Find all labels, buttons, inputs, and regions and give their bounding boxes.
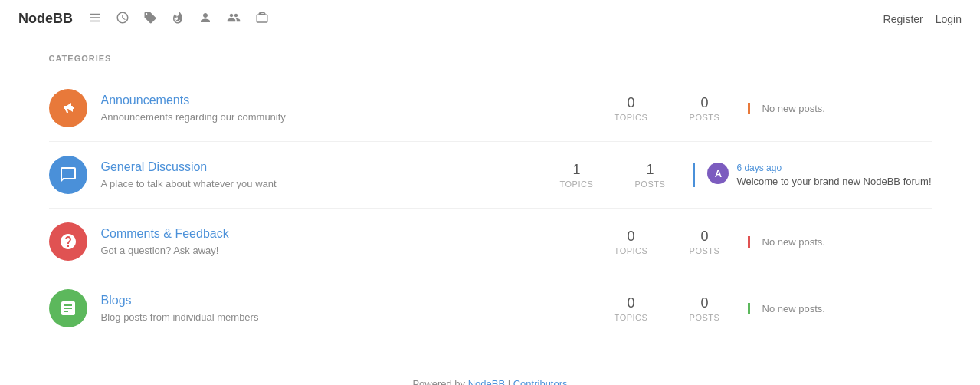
category-stats-blogs: 0 TOPICS 0 POSTS bbox=[613, 295, 723, 322]
register-link[interactable]: Register bbox=[883, 13, 923, 25]
topics-stat: 0 TOPICS bbox=[613, 295, 650, 322]
posts-count: 0 bbox=[687, 229, 723, 245]
category-icon-announcements bbox=[49, 89, 87, 127]
posts-label: POSTS bbox=[687, 313, 723, 322]
topics-stat: 0 TOPICS bbox=[613, 95, 650, 122]
topics-count: 0 bbox=[613, 95, 650, 111]
topics-label: TOPICS bbox=[613, 246, 650, 255]
category-row: Announcements Announcements regarding ou… bbox=[49, 75, 932, 142]
brand-logo[interactable]: NodeBB bbox=[18, 11, 73, 27]
fire-icon[interactable] bbox=[171, 11, 185, 28]
category-desc-announcements: Announcements regarding our community bbox=[101, 111, 286, 123]
main-content: CATEGORIES Announcements Announcements r… bbox=[31, 38, 950, 357]
category-recent-feedback: No new posts. bbox=[748, 236, 932, 248]
svg-rect-1 bbox=[90, 17, 100, 18]
users-icon[interactable] bbox=[226, 11, 241, 28]
categories-list: Announcements Announcements regarding ou… bbox=[49, 75, 932, 341]
no-new-posts-text: No new posts. bbox=[762, 236, 825, 248]
posts-count: 0 bbox=[687, 295, 723, 311]
footer-separator: | bbox=[505, 378, 513, 385]
topics-label: TOPICS bbox=[558, 179, 595, 189]
nodebb-link[interactable]: NodeBB bbox=[468, 378, 505, 385]
recent-avatar: A bbox=[707, 163, 729, 184]
category-icon-general bbox=[49, 156, 87, 194]
posts-label: POSTS bbox=[687, 246, 723, 255]
briefcase-icon[interactable] bbox=[255, 11, 269, 28]
svg-rect-0 bbox=[90, 13, 100, 15]
user-icon[interactable] bbox=[198, 11, 212, 28]
category-stats-feedback: 0 TOPICS 0 POSTS bbox=[613, 229, 723, 255]
category-info-announcements: Announcements Announcements regarding ou… bbox=[101, 94, 613, 123]
topics-count: 1 bbox=[558, 162, 595, 178]
posts-stat: 1 POSTS bbox=[631, 162, 668, 189]
tag-icon[interactable] bbox=[143, 11, 157, 28]
recent-content: 6 days ago Welcome to your brand new Nod… bbox=[736, 163, 931, 187]
category-icon-blogs bbox=[49, 289, 87, 327]
list-icon[interactable] bbox=[88, 11, 102, 28]
category-recent-announcements: No new posts. bbox=[748, 103, 932, 114]
topics-label: TOPICS bbox=[613, 113, 650, 122]
svg-rect-2 bbox=[90, 20, 100, 21]
category-info-blogs: Blogs Blog posts from individual members bbox=[101, 294, 613, 323]
categories-heading: CATEGORIES bbox=[49, 54, 932, 63]
category-name-feedback[interactable]: Comments & Feedback bbox=[101, 227, 613, 241]
auth-links: Register Login bbox=[883, 13, 962, 25]
topics-label: TOPICS bbox=[613, 313, 650, 322]
category-row: General Discussion A place to talk about… bbox=[49, 142, 932, 209]
posts-stat: 0 POSTS bbox=[687, 229, 723, 255]
topics-count: 0 bbox=[613, 295, 650, 311]
footer-text: Powered by bbox=[412, 378, 467, 385]
contributors-link[interactable]: Contributors bbox=[513, 378, 568, 385]
category-desc-general: A place to talk about whatever you want bbox=[101, 178, 277, 189]
category-recent-blogs: No new posts. bbox=[748, 303, 932, 314]
category-row: Blogs Blog posts from individual members… bbox=[49, 275, 932, 341]
footer: Powered by NodeBB | Contributors bbox=[0, 357, 980, 385]
nav-icons bbox=[88, 11, 883, 28]
topics-stat: 1 TOPICS bbox=[558, 162, 595, 189]
login-link[interactable]: Login bbox=[936, 13, 962, 25]
recent-time-link[interactable]: 6 days ago bbox=[736, 163, 931, 173]
category-name-blogs[interactable]: Blogs bbox=[101, 294, 613, 308]
clock-icon[interactable] bbox=[116, 11, 129, 28]
topics-count: 0 bbox=[613, 229, 650, 245]
category-name-announcements[interactable]: Announcements bbox=[101, 94, 613, 107]
posts-label: POSTS bbox=[631, 179, 668, 189]
category-stats-announcements: 0 TOPICS 0 POSTS bbox=[613, 95, 723, 122]
category-desc-blogs: Blog posts from individual members bbox=[101, 311, 259, 323]
category-info-general: General Discussion A place to talk about… bbox=[101, 160, 559, 189]
category-recent-general: A 6 days ago Welcome to your brand new N… bbox=[693, 163, 931, 187]
recent-message: Welcome to your brand new NodeBB forum! bbox=[736, 176, 931, 187]
posts-count: 0 bbox=[687, 95, 723, 111]
topics-stat: 0 TOPICS bbox=[613, 229, 650, 255]
category-info-feedback: Comments & Feedback Got a question? Ask … bbox=[101, 227, 613, 256]
no-new-posts-text: No new posts. bbox=[762, 103, 825, 114]
category-name-general[interactable]: General Discussion bbox=[101, 160, 559, 174]
posts-stat: 0 POSTS bbox=[687, 295, 723, 322]
avatar-letter: A bbox=[715, 168, 722, 179]
no-new-posts-text: No new posts. bbox=[762, 303, 825, 314]
posts-count: 1 bbox=[631, 162, 668, 178]
category-row: Comments & Feedback Got a question? Ask … bbox=[49, 209, 932, 275]
posts-label: POSTS bbox=[687, 113, 723, 122]
category-stats-general: 1 TOPICS 1 POSTS bbox=[558, 162, 668, 189]
category-icon-feedback bbox=[49, 222, 87, 261]
posts-stat: 0 POSTS bbox=[687, 95, 723, 122]
category-desc-feedback: Got a question? Ask away! bbox=[101, 245, 219, 256]
navbar: NodeBB Register Login bbox=[0, 0, 980, 38]
